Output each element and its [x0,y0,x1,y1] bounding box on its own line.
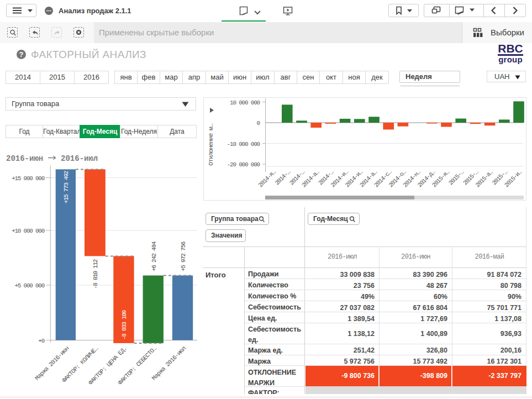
svg-text:0: 0 [257,120,260,127]
svg-text:+15 000 000: +15 000 000 [12,175,45,182]
svg-text:Отклонение м…: Отклонение м… [207,123,214,166]
svg-text:2015-…: 2015-… [447,169,465,186]
svg-text:+6 242 484: +6 242 484 [151,241,157,271]
svg-text:2014-я…: 2014-я… [257,169,277,188]
svg-text:-8 033 109: -8 033 109 [121,310,128,340]
svg-text:+5 000 000: +5 000 000 [14,282,44,289]
svg-text:10 000 000: 10 000 000 [230,99,260,106]
svg-text:-20 000 000: -20 000 000 [227,161,260,168]
svg-text:+10 000 000: +10 000 000 [12,228,45,234]
svg-text:-8 010 112: -8 010 112 [92,259,99,289]
svg-text:+0: +0 [38,338,44,344]
svg-text:+15 773 492: +15 773 492 [63,171,70,203]
svg-text:-10 000 000: -10 000 000 [227,141,260,148]
svg-text:+5 972 756: +5 972 756 [180,242,187,271]
svg-text:2014-…: 2014-… [274,169,292,186]
